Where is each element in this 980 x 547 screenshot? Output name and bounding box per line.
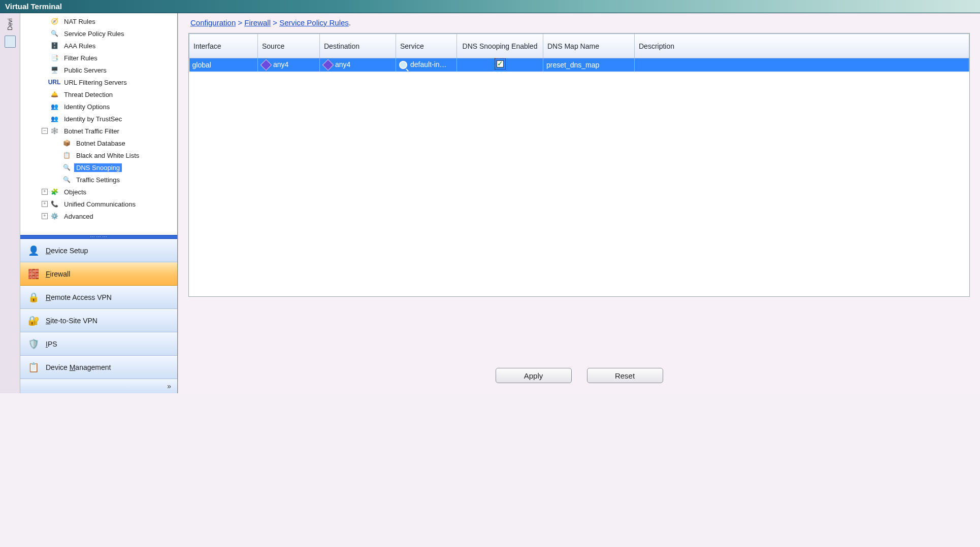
cell-source[interactable]: any4: [258, 58, 320, 72]
device-icon: [26, 244, 41, 258]
section-device-setup[interactable]: Device Setup: [20, 239, 177, 262]
splitter-handle[interactable]: [20, 235, 177, 239]
section-label: Firewall: [46, 270, 70, 278]
tree-item-identity-options[interactable]: 👥Identity Options: [23, 100, 174, 113]
breadcrumb-trailing: .: [349, 18, 351, 27]
inspect-icon: [399, 61, 407, 69]
section-label: Remote Access VPN: [46, 293, 112, 301]
server-icon: 🖥️: [50, 65, 59, 75]
section-site-to-site-vpn[interactable]: Site-to-Site VPN: [20, 309, 177, 332]
section-label: IPS: [46, 340, 57, 348]
col-interface[interactable]: Interface: [189, 34, 258, 58]
section-device-management[interactable]: Device Management: [20, 356, 177, 379]
tree-item-label: Black and White Lists: [74, 151, 141, 160]
tree-item-label: Botnet Traffic Filter: [62, 127, 121, 135]
tree-item-label: Identity Options: [62, 102, 112, 111]
cell-interface[interactable]: global: [189, 58, 258, 72]
section-ips[interactable]: IPS: [20, 332, 177, 356]
col-description[interactable]: Description: [635, 34, 969, 58]
checkbox-checked-icon[interactable]: [497, 60, 504, 67]
cell-destination-text: any4: [335, 60, 350, 69]
cell-service-text: default-in…: [410, 60, 447, 69]
reset-button[interactable]: Reset: [587, 368, 663, 383]
section-label: Site-to-Site VPN: [46, 317, 97, 325]
any-icon: [322, 59, 334, 71]
list-icon: 📋: [62, 151, 71, 160]
expander-plus-icon[interactable]: +: [42, 213, 48, 219]
tree-item-label: Advanced: [62, 212, 95, 221]
tree-item-threat-detection[interactable]: 🛎️Threat Detection: [23, 88, 174, 100]
section-nav-expander[interactable]: »: [20, 379, 177, 393]
section-label: Device Management: [46, 363, 111, 371]
tree-item-label: Unified Communications: [62, 200, 138, 209]
expander-minus-icon[interactable]: –: [42, 128, 48, 134]
expander-none: [42, 55, 48, 61]
cell-dns-map-name[interactable]: preset_dns_map: [543, 58, 635, 72]
comm-icon: 📞: [50, 199, 59, 209]
table-row[interactable]: global any4 any4 default-in…: [189, 58, 969, 72]
breadcrumb-sep: >: [238, 18, 242, 27]
cell-destination[interactable]: any4: [320, 58, 396, 72]
section-remote-access-vpn[interactable]: Remote Access VPN: [20, 286, 177, 309]
action-buttons: Apply Reset: [188, 368, 970, 383]
objects-icon: 🧩: [50, 187, 59, 196]
expander-plus-icon[interactable]: +: [42, 201, 48, 207]
tree-item-botnet-traffic-filter[interactable]: –🕸️Botnet Traffic Filter: [23, 125, 174, 137]
apply-button[interactable]: Apply: [496, 368, 572, 383]
table-header-row: Interface Source Destination Service DNS…: [189, 34, 969, 58]
cell-service[interactable]: default-in…: [396, 58, 457, 72]
col-source[interactable]: Source: [258, 34, 320, 58]
s2svpn-icon: [26, 314, 41, 328]
section-firewall[interactable]: Firewall: [20, 262, 177, 286]
devicemgmt-icon: [26, 360, 41, 374]
breadcrumb-link-service-policy-rules[interactable]: Service Policy Rules: [279, 18, 349, 27]
window-title: Virtual Terminal: [0, 0, 980, 13]
tree-item-objects[interactable]: +🧩Objects: [23, 186, 174, 198]
botnet-icon: 🕸️: [50, 126, 59, 135]
ips-icon: [26, 337, 41, 351]
tree-item-public-servers[interactable]: 🖥️Public Servers: [23, 64, 174, 76]
filter-icon: 📑: [50, 53, 59, 62]
tree-item-black-and-white-lists[interactable]: 📋Black and White Lists: [23, 149, 174, 161]
col-service[interactable]: Service: [396, 34, 457, 58]
breadcrumb: Configuration > Firewall > Service Polic…: [188, 13, 970, 33]
tree-item-identity-by-trustsec[interactable]: 👥Identity by TrustSec: [23, 113, 174, 125]
tree-item-dns-snooping[interactable]: 🔍DNS Snooping: [23, 161, 174, 174]
rules-table[interactable]: Interface Source Destination Service DNS…: [189, 33, 969, 72]
nat-icon: 🧭: [50, 17, 59, 26]
breadcrumb-link-firewall[interactable]: Firewall: [244, 18, 271, 27]
col-dns-map-name[interactable]: DNS Map Name: [543, 34, 635, 58]
expander-none: [42, 79, 48, 85]
collapsed-panel-stub[interactable]: Devi: [0, 13, 20, 393]
tree-item-service-policy-rules[interactable]: 🔍Service Policy Rules: [23, 27, 174, 40]
breadcrumb-link-configuration[interactable]: Configuration: [190, 18, 236, 27]
expander-none: [54, 152, 60, 158]
tree-item-filter-rules[interactable]: 📑Filter Rules: [23, 52, 174, 64]
tree-item-aaa-rules[interactable]: 🗄️AAA Rules: [23, 40, 174, 52]
expander-plus-icon[interactable]: +: [42, 189, 48, 195]
tree-item-url-filtering-servers[interactable]: URLURL Filtering Servers: [23, 76, 174, 88]
url-icon: URL: [50, 78, 59, 87]
tree-item-label: DNS Snooping: [74, 163, 122, 172]
tree-item-nat-rules[interactable]: 🧭NAT Rules: [23, 15, 174, 27]
magnify-icon: 🔍: [50, 29, 59, 38]
section-nav: Device SetupFirewallRemote Access VPNSit…: [20, 239, 177, 379]
tree-item-label: NAT Rules: [62, 17, 97, 26]
expander-none: [42, 18, 48, 24]
tree-item-botnet-database[interactable]: 📦Botnet Database: [23, 137, 174, 149]
magnify-icon: 🔍: [62, 175, 71, 184]
col-destination[interactable]: Destination: [320, 34, 396, 58]
cell-dns-snooping-enabled[interactable]: [457, 58, 543, 72]
shield-icon: 🛎️: [50, 90, 59, 99]
tree-item-traffic-settings[interactable]: 🔍Traffic Settings: [23, 174, 174, 186]
tree-item-label: Public Servers: [62, 66, 109, 75]
firewall-icon: [26, 267, 41, 281]
sidebar: 🧭NAT Rules🔍Service Policy Rules🗄️AAA Rul…: [20, 13, 178, 393]
tree-item-label: AAA Rules: [62, 42, 97, 50]
col-dns-snooping-enabled[interactable]: DNS Snooping Enabled: [457, 34, 543, 58]
tree-item-unified-communications[interactable]: +📞Unified Communications: [23, 198, 174, 210]
expander-none: [42, 67, 48, 73]
tree-item-advanced[interactable]: +⚙️Advanced: [23, 210, 174, 222]
cell-description[interactable]: [635, 58, 969, 72]
nav-tree[interactable]: 🧭NAT Rules🔍Service Policy Rules🗄️AAA Rul…: [20, 13, 177, 235]
